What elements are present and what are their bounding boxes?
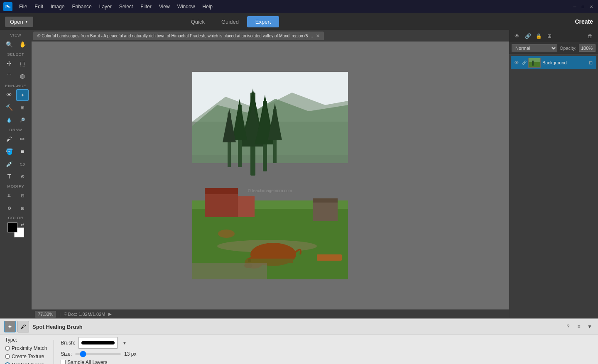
layers-panel-header: 👁 🔗 🔒 ⊞ 🗑 (509, 30, 598, 42)
tab-quick[interactable]: Quick (183, 16, 213, 27)
link-panel-icon[interactable]: 🔗 (523, 32, 532, 41)
minimize-button[interactable]: ─ (571, 3, 578, 10)
close-button[interactable]: ✕ (588, 3, 595, 10)
ellipse-tool[interactable]: ⬭ (16, 158, 29, 170)
spot-healing-brush-option-icon[interactable]: ✦ (4, 321, 16, 332)
svg-rect-20 (205, 188, 238, 194)
tool-options-actions: ? ≡ ▼ (564, 322, 594, 331)
content-aware-radio[interactable] (5, 362, 10, 364)
svg-point-33 (218, 230, 235, 238)
content-aware-move-tool[interactable]: ⊞ (16, 202, 29, 214)
sample-all-layers-label: Sample All Layers (67, 359, 107, 364)
brush-dropdown-arrow[interactable]: ▼ (123, 341, 127, 345)
svg-rect-40 (529, 62, 541, 68)
sample-all-layers-row[interactable]: Sample All Layers (61, 359, 136, 364)
paint-bucket-tool[interactable]: 🪣 (3, 146, 15, 157)
size-slider[interactable] (75, 353, 121, 355)
menu-edit[interactable]: Edit (31, 2, 47, 11)
canvas-area: © Colorful Landscapes from Barot - A pea… (32, 30, 509, 318)
pencil-tool[interactable]: ✏ (16, 133, 29, 145)
menu-layer[interactable]: Layer (96, 2, 115, 11)
tab-expert[interactable]: Expert (247, 16, 279, 27)
select-tools-row2: ⌒ ◍ (2, 70, 30, 82)
tab-guided[interactable]: Guided (213, 16, 247, 27)
spot-healing-brush-tool[interactable]: ✦ (16, 89, 29, 101)
open-button[interactable]: Open ▼ (5, 17, 33, 27)
sample-all-layers-checkbox[interactable] (61, 360, 66, 364)
brush-stroke-preview (81, 341, 115, 344)
delete-layer-panel-icon[interactable]: 🗑 (586, 32, 595, 41)
nav-right-arrow[interactable]: ▶ (108, 312, 112, 316)
menu-window[interactable]: Window (174, 2, 199, 11)
menu-select[interactable]: Select (116, 2, 136, 11)
svg-rect-23 (313, 198, 338, 203)
canvas-container[interactable]: © teachimagemorn.com (32, 42, 509, 309)
nav-arrows: ▶ (108, 312, 112, 316)
draw-tools-row2: 🪣 ■ (2, 146, 30, 157)
svg-rect-39 (529, 58, 541, 62)
enhance-tools-row3: 💧 🔎 (2, 114, 30, 126)
layer-options-icon[interactable]: ⊡ (587, 59, 594, 66)
opacity-input[interactable] (579, 44, 596, 52)
tool-name-label: Spot Healing Brush (32, 324, 561, 330)
menu-icon-btn[interactable]: ≡ (575, 322, 583, 331)
help-icon-btn[interactable]: ? (564, 322, 572, 331)
brush-preview-box[interactable] (78, 337, 118, 349)
lock-panel-icon[interactable]: 🔒 (534, 32, 543, 41)
blend-mode-select[interactable]: Normal (512, 44, 557, 52)
marquee-tool[interactable]: ⬚ (16, 58, 29, 69)
new-layer-panel-icon[interactable]: ⊞ (545, 32, 554, 41)
content-aware-option[interactable]: Content Aware (5, 362, 47, 364)
select-section-label: SELECT (0, 51, 32, 57)
main-layout: VIEW 🔍 ✋ SELECT ✢ ⬚ ⌒ ◍ ENHANCE 👁 ✦ 🔨 ⊞ … (0, 30, 598, 318)
clone-stamp-tool[interactable]: 🔨 (3, 102, 15, 113)
foreground-color-swatch[interactable] (7, 222, 17, 232)
expand-icon-btn[interactable]: ▼ (586, 322, 594, 331)
proximity-match-radio[interactable] (5, 346, 10, 351)
menu-enhance[interactable]: Enhance (69, 2, 95, 11)
eye-panel-icon[interactable]: 👁 (512, 32, 522, 41)
menu-filter[interactable]: Filter (137, 2, 155, 11)
svg-rect-35 (192, 263, 267, 279)
maximize-button[interactable]: □ (580, 3, 586, 10)
blur-tool[interactable]: 💧 (3, 114, 15, 126)
rectangle-tool[interactable]: ■ (16, 146, 29, 157)
create-button[interactable]: Create (575, 18, 593, 25)
red-eye-tool[interactable]: 👁 (3, 89, 15, 101)
lasso-tool[interactable]: ⌒ (3, 70, 15, 82)
crop-tool[interactable]: ⌗ (3, 190, 15, 201)
status-bar: 77.32% | © Doc: 1.02M/1.02M ▶ (32, 309, 509, 318)
healing-brush-option-icon[interactable]: 🖌 (17, 321, 29, 332)
recompose-tool[interactable]: ⊡ (16, 190, 29, 201)
eyedropper-tool[interactable]: 💉 (3, 158, 15, 170)
layers-list: 👁 🔗 Background ⊡ (509, 54, 598, 318)
pattern-stamp-tool[interactable]: ⊞ (16, 102, 29, 113)
proximity-match-option[interactable]: Proximity Match (5, 345, 47, 351)
menu-image[interactable]: Image (47, 2, 68, 11)
proximity-match-label: Proximity Match (12, 345, 47, 351)
view-section-label: VIEW (0, 32, 32, 38)
quick-select-tool[interactable]: ◍ (16, 70, 29, 82)
eraser-tool[interactable]: ⊘ (16, 171, 29, 182)
zoom-tool[interactable]: 🔍 (3, 39, 15, 50)
layer-visibility-icon[interactable]: 👁 (513, 59, 520, 66)
menu-view[interactable]: View (156, 2, 173, 11)
layer-name: Background (542, 60, 586, 65)
create-texture-option[interactable]: Create Texture (5, 354, 47, 359)
swap-colors-icon[interactable]: ⇄ (21, 222, 24, 227)
text-tool[interactable]: T (3, 171, 15, 182)
svg-rect-21 (238, 196, 255, 217)
create-texture-radio[interactable] (5, 354, 10, 359)
layer-item-background[interactable]: 👁 🔗 Background ⊡ (511, 56, 596, 69)
menu-file[interactable]: File (16, 2, 30, 11)
brush-tool[interactable]: 🖌 (3, 133, 15, 145)
svg-rect-41 (532, 61, 534, 66)
hand-tool[interactable]: ✋ (16, 39, 29, 50)
straighten-tool[interactable]: ⚙ (3, 202, 15, 214)
file-tab[interactable]: © Colorful Landscapes from Barot - A pea… (33, 32, 324, 40)
close-tab-icon[interactable]: ✕ (316, 33, 320, 39)
move-tool[interactable]: ✢ (3, 58, 15, 69)
dodge-tool[interactable]: 🔎 (16, 114, 29, 126)
menu-help[interactable]: Help (199, 2, 216, 11)
modify-tools-row2: ⚙ ⊞ (2, 202, 30, 214)
